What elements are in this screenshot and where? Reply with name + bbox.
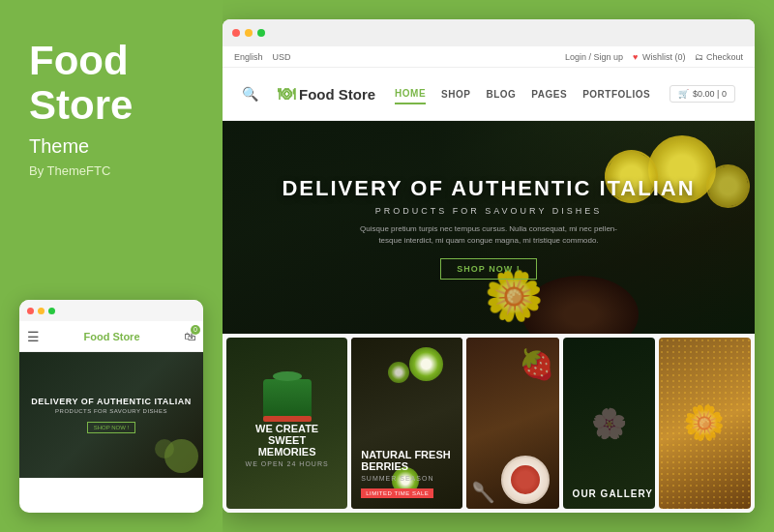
- card-gallery: OUR GALLERY 🌸: [563, 338, 655, 509]
- mobile-hero-sub: PRODUCTS FOR SAVOURY DISHES: [31, 408, 192, 414]
- card-golden-food: 🌼: [659, 338, 751, 509]
- nav-shop[interactable]: SHOP: [441, 85, 470, 103]
- hero-shop-now-button[interactable]: SHOP NOW !: [440, 258, 536, 280]
- site-header: 🔍 🍽 Food Store HOME SHOP BLOG PAGES PORT…: [223, 68, 755, 121]
- card-fresh-berries: NATURAL FRESH BERRIES SUMMER SEASON Limi…: [351, 338, 462, 509]
- hero-subtitle: PRODUCTS FOR SAVOURY DISHES: [282, 206, 695, 216]
- left-by: By ThemeFTC: [29, 163, 110, 178]
- bottom-cards-section: WE CREATE SWEET MEMORIES WE OPEN 24 HOUR…: [223, 334, 755, 513]
- cart-icon: 🛒: [678, 89, 689, 99]
- topbar-english[interactable]: English: [234, 52, 263, 62]
- mobile-top-bar: [19, 300, 203, 321]
- mobile-hero: DELIVERY OF AUTHENTIC ITALIAN PRODUCTS F…: [19, 352, 203, 478]
- hero-title: DELIVERY OF AUTHENTIC ITALIAN: [282, 176, 695, 201]
- card2-sub: SUMMER SEASON: [361, 475, 453, 482]
- plate-decoration: [501, 456, 550, 504]
- topbar-usd[interactable]: USD: [273, 52, 291, 62]
- spoon-deco: 🥄: [471, 481, 495, 504]
- left-panel: Food Store Theme By ThemeFTC ☰ Food Stor…: [0, 0, 223, 532]
- browser-content: English USD Login / Sign up ♥ Wishlist (…: [223, 46, 755, 513]
- topbar-left: English USD: [234, 52, 291, 62]
- card-food-image: 🍓 🥄: [466, 338, 558, 509]
- left-subtitle: Theme: [29, 135, 89, 158]
- mobile-hero-title: DELIVERY OF AUTHENTIC ITALIAN: [31, 397, 192, 407]
- mobile-preview: ☰ Food Store 🛍 0 DELIVERY OF AUTHENTIC I…: [19, 300, 203, 513]
- browser-window: English USD Login / Sign up ♥ Wishlist (…: [223, 19, 755, 513]
- mobile-cart-icon[interactable]: 🛍 0: [184, 330, 195, 343]
- food-deco-icon: 🌼: [659, 338, 751, 509]
- mobile-nav: ☰ Food Store 🛍 0: [19, 321, 203, 352]
- gallery-deco: 🌸: [563, 338, 655, 509]
- mobile-logo: Food Store: [83, 331, 139, 342]
- heart-icon: ♥: [633, 52, 638, 62]
- nav-pages[interactable]: PAGES: [531, 85, 567, 103]
- left-title: Food Store: [29, 39, 133, 128]
- browser-dot-red[interactable]: [232, 29, 240, 37]
- topbar-checkout[interactable]: 🗂 Checkout: [695, 52, 743, 62]
- mobile-dot-green: [48, 308, 55, 314]
- strawberry-deco: 🍓: [519, 347, 554, 381]
- card1-sub: WE OPEN 24 HOURS: [246, 460, 329, 467]
- cart-button[interactable]: 🛒 $0.00 | 0: [670, 85, 735, 103]
- card-sweet-memories: WE CREATE SWEET MEMORIES WE OPEN 24 HOUR…: [226, 338, 347, 509]
- topbar-login[interactable]: Login / Sign up: [565, 52, 623, 62]
- site-topbar: English USD Login / Sign up ♥ Wishlist (…: [223, 46, 755, 68]
- card1-title: WE CREATE SWEET MEMORIES: [241, 423, 333, 458]
- browser-dot-green[interactable]: [257, 29, 265, 37]
- mobile-dot-yellow: [38, 308, 45, 314]
- site-nav: HOME SHOP BLOG PAGES PORTFOLIOS: [395, 84, 650, 104]
- cake-decoration: [263, 379, 312, 418]
- logo-icon: 🍽: [278, 84, 295, 104]
- nav-home[interactable]: HOME: [395, 84, 426, 104]
- site-hero: 🌼 DELIVERY OF AUTHENTIC ITALIAN PRODUCTS…: [223, 121, 755, 334]
- card2-text: NATURAL FRESH BERRIES SUMMER SEASON Limi…: [361, 449, 453, 499]
- logo-text: Food Store: [299, 86, 375, 103]
- hero-text-content: DELIVERY OF AUTHENTIC ITALIAN PRODUCTS F…: [282, 176, 695, 280]
- topbar-wishlist[interactable]: ♥ Wishlist (0): [633, 52, 685, 62]
- mobile-hamburger-icon[interactable]: ☰: [27, 329, 40, 344]
- topbar-right: Login / Sign up ♥ Wishlist (0) 🗂 Checkou…: [565, 52, 743, 62]
- mobile-hero-text: DELIVERY OF AUTHENTIC ITALIAN PRODUCTS F…: [31, 397, 192, 434]
- site-logo: 🍽 Food Store: [278, 84, 375, 104]
- mobile-cart-badge: 0: [191, 325, 200, 335]
- cart-value: $0.00 | 0: [693, 89, 727, 99]
- card2-badge: Limited time sale: [361, 488, 433, 498]
- browser-chrome: [223, 19, 755, 46]
- nav-portfolios[interactable]: PORTFOLIOS: [582, 85, 650, 103]
- mobile-shop-now-button[interactable]: SHOP NOW !: [87, 422, 136, 433]
- mobile-dot-red: [27, 308, 34, 314]
- card2-title: NATURAL FRESH BERRIES: [361, 449, 453, 472]
- hero-description: Quisque pretium turpis nec tempus cursus…: [353, 223, 624, 247]
- checkout-icon: 🗂: [695, 52, 703, 62]
- nav-blog[interactable]: BLOG: [486, 85, 516, 103]
- search-button[interactable]: 🔍: [242, 86, 258, 102]
- browser-dot-yellow[interactable]: [245, 29, 253, 37]
- mobile-circle-2: [155, 439, 174, 458]
